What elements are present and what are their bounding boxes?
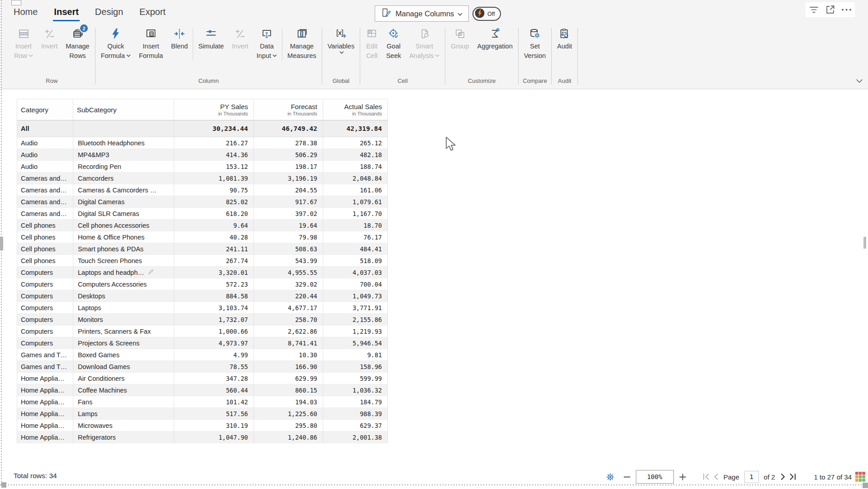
category-cell[interactable]: Home Applia…	[17, 373, 73, 384]
audit-button[interactable]: Audit	[553, 25, 576, 51]
subcategory-cell[interactable]: Recording Pen	[73, 161, 174, 173]
value-cell[interactable]: 1,225.60	[254, 408, 323, 420]
table-row[interactable]: ComputersLaptops3,103.744,677.173,771.91	[17, 302, 388, 314]
manage-rows-button[interactable]: 2ManageRows	[62, 25, 93, 61]
table-row[interactable]: Cameras and…Digital Cameras825.02917.671…	[17, 196, 388, 208]
value-cell[interactable]: 3,771.91	[323, 302, 388, 314]
visual-resize-border-bottom[interactable]	[0, 484, 868, 485]
column-header-py-sales[interactable]: PY Salesin Thousands	[174, 99, 254, 120]
filter-icon[interactable]	[808, 4, 820, 16]
value-cell[interactable]: 3,320.01	[174, 267, 254, 278]
variables-button[interactable]: Variables	[324, 25, 358, 54]
power-mode-toggle[interactable]: Off	[472, 7, 501, 21]
subcategory-cell[interactable]: Coffee Machines	[73, 384, 174, 396]
value-cell[interactable]: 1,081.39	[174, 173, 254, 184]
column-header-forecast[interactable]: Forecastin Thousands	[254, 99, 323, 120]
value-cell[interactable]: 258.70	[254, 314, 323, 326]
value-cell[interactable]: 220.44	[254, 290, 323, 302]
value-cell[interactable]: 2,622.86	[254, 326, 323, 337]
table-row[interactable]: AudioMP4&MP3414.36506.29482.18	[17, 149, 388, 161]
value-cell[interactable]: 4,037.03	[323, 267, 388, 278]
value-cell[interactable]: 599.99	[323, 373, 388, 384]
value-cell[interactable]: 629.99	[254, 373, 323, 384]
category-cell[interactable]: Cameras and…	[17, 208, 73, 220]
value-cell[interactable]: 310.19	[174, 420, 254, 431]
value-cell[interactable]: 1,079.61	[323, 196, 388, 208]
value-cell[interactable]: 414.36	[174, 149, 254, 161]
blend-button[interactable]: Blend	[167, 25, 192, 51]
category-cell[interactable]: Home Applia…	[17, 384, 73, 396]
value-cell[interactable]: 194.03	[254, 396, 323, 408]
resize-handle-top-left[interactable]	[11, 0, 21, 5]
value-cell[interactable]: 9.81	[323, 349, 388, 361]
table-row[interactable]: ComputersPrinters, Scanners & Fax1,000.6…	[17, 326, 388, 337]
cell[interactable]	[73, 120, 174, 137]
value-cell[interactable]: 158.96	[323, 361, 388, 373]
value-cell[interactable]: 79.98	[254, 231, 323, 243]
value-cell[interactable]: 101.42	[174, 396, 254, 408]
category-cell[interactable]: Home Applia…	[17, 396, 73, 408]
value-cell[interactable]: 329.02	[254, 278, 323, 290]
value-cell[interactable]: 4,677.17	[254, 302, 323, 314]
value-cell[interactable]: 825.02	[174, 196, 254, 208]
table-row[interactable]: Home Applia…Air Conditioners347.28629.99…	[17, 373, 388, 384]
category-cell[interactable]: Cell phones	[17, 220, 73, 231]
value-cell[interactable]: 4,955.55	[254, 267, 323, 278]
table-row[interactable]: ComputersDesktops884.58220.441,049.73	[17, 290, 388, 302]
page-number-input[interactable]: 1	[744, 471, 759, 483]
value-cell[interactable]: 397.02	[254, 208, 323, 220]
category-cell[interactable]: Computers	[17, 337, 73, 349]
cell[interactable]: 42,319.84	[323, 120, 388, 137]
value-cell[interactable]: 19.64	[254, 220, 323, 231]
set-version-button[interactable]: SetVersion	[520, 25, 550, 61]
table-row[interactable]: Cell phonesTouch Screen Phones267.74543.…	[17, 255, 388, 267]
resize-handle-left[interactable]	[0, 237, 3, 250]
value-cell[interactable]: 517.56	[174, 408, 254, 420]
value-cell[interactable]: 1,049.73	[323, 290, 388, 302]
value-cell[interactable]: 572.23	[174, 278, 254, 290]
subcategory-cell[interactable]: Touch Screen Phones	[73, 255, 174, 267]
table-row[interactable]: AudioBluetooth Headphones216.27278.38265…	[17, 137, 388, 149]
subcategory-cell[interactable]: Home & Office Phones	[73, 231, 174, 243]
category-cell[interactable]: Computers	[17, 326, 73, 337]
subcategory-cell[interactable]: Digital Cameras	[73, 196, 174, 208]
value-cell[interactable]: 265.12	[323, 137, 388, 149]
category-cell[interactable]: Audio	[17, 161, 73, 173]
subcategory-cell[interactable]: Smart phones & PDAs	[73, 243, 174, 255]
category-cell[interactable]: Audio	[17, 137, 73, 149]
subcategory-cell[interactable]: Bluetooth Headphones	[73, 137, 174, 149]
subcategory-cell[interactable]: Digital SLR Cameras	[73, 208, 174, 220]
table-row[interactable]: Cell phonesHome & Office Phones40.2879.9…	[17, 231, 388, 243]
value-cell[interactable]: 204.55	[254, 184, 323, 196]
subcategory-cell[interactable]: Camcorders	[73, 173, 174, 184]
category-cell[interactable]: Cell phones	[17, 243, 73, 255]
first-page-button[interactable]	[702, 473, 710, 481]
column-header-subcategory[interactable]: SubCategory	[73, 99, 174, 120]
value-cell[interactable]: 9.64	[174, 220, 254, 231]
category-cell[interactable]: Cameras and…	[17, 196, 73, 208]
category-cell[interactable]: Games and T…	[17, 361, 73, 373]
subcategory-cell[interactable]: Microwaves	[73, 420, 174, 431]
value-cell[interactable]: 3,196.19	[254, 173, 323, 184]
value-cell[interactable]: 161.06	[323, 184, 388, 196]
value-cell[interactable]: 4,973.97	[174, 337, 254, 349]
value-cell[interactable]: 988.39	[323, 408, 388, 420]
value-cell[interactable]: 216.27	[174, 137, 254, 149]
popout-icon[interactable]	[824, 4, 836, 16]
value-cell[interactable]: 508.63	[254, 243, 323, 255]
cell[interactable]: 46,749.42	[254, 120, 323, 137]
subcategory-cell[interactable]: Refrigerators	[73, 431, 174, 443]
table-row[interactable]: Home Applia…Refrigerators1,047.901,240.8…	[17, 431, 388, 443]
more-options-icon[interactable]	[840, 4, 853, 16]
value-cell[interactable]: 295.80	[254, 420, 323, 431]
subcategory-cell[interactable]: Projectors & Screens	[73, 337, 174, 349]
subcategory-cell[interactable]: Lamps	[73, 408, 174, 420]
manage-measures-button[interactable]: ManageMeasures	[283, 25, 320, 61]
value-cell[interactable]: 4.99	[174, 349, 254, 361]
value-cell[interactable]: 76.17	[323, 231, 388, 243]
value-cell[interactable]: 2,001.38	[323, 431, 388, 443]
subcategory-cell[interactable]: Printers, Scanners & Fax	[73, 326, 174, 337]
value-cell[interactable]: 884.58	[174, 290, 254, 302]
table-row[interactable]: Cameras and…Cameras & Camcorders …90.752…	[17, 184, 388, 196]
zoom-out-button[interactable]	[622, 472, 632, 482]
